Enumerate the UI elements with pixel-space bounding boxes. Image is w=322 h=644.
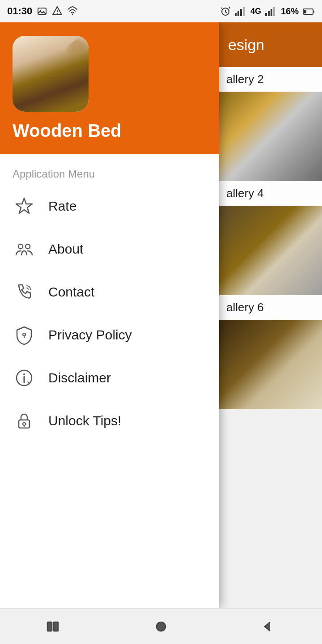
menu-item-contact[interactable]: Contact [0, 271, 219, 314]
svg-rect-29 [47, 622, 52, 631]
gallery-label-4: allery 4 [219, 181, 322, 206]
privacy-label: Privacy Policy [48, 327, 132, 343]
menu-item-unlock[interactable]: Unlock Tips! [0, 399, 219, 442]
svg-rect-8 [240, 9, 242, 16]
unlock-label: Unlock Tips! [48, 413, 121, 428]
menu-section-label: Application Menu [0, 159, 219, 185]
network-type: 4G [250, 7, 261, 16]
svg-point-18 [25, 244, 30, 249]
svg-rect-30 [54, 622, 58, 631]
about-label: About [48, 242, 83, 257]
svg-rect-9 [243, 7, 245, 16]
svg-rect-10 [265, 13, 267, 16]
status-left: 01:30 [7, 5, 78, 17]
menu-item-privacy[interactable]: Privacy Policy [0, 314, 219, 356]
svg-rect-11 [268, 11, 270, 16]
app-background: esign allery 2 allery 4 allery 6 [219, 22, 322, 608]
svg-rect-13 [273, 7, 275, 16]
partial-header-title: esign [228, 36, 264, 54]
people-icon [13, 237, 36, 261]
status-right: 4G 16% [220, 6, 315, 17]
signal-icon-2 [265, 6, 277, 17]
wifi-icon [67, 6, 78, 17]
svg-rect-16 [304, 10, 306, 13]
signal-icon [234, 6, 247, 17]
menu-item-rate[interactable]: Rate [0, 185, 219, 228]
gallery-image-2 [219, 92, 322, 181]
recent-button[interactable] [36, 613, 72, 640]
shield-icon [13, 323, 36, 347]
home-button[interactable] [143, 613, 179, 640]
gallery-item-4: allery 4 [219, 181, 322, 295]
svg-point-17 [18, 244, 23, 249]
gallery-image-6 [219, 320, 322, 409]
app-icon [13, 36, 89, 112]
star-icon [13, 195, 36, 218]
contact-label: Contact [48, 284, 94, 300]
svg-point-3 [57, 13, 58, 14]
info-icon [13, 366, 36, 390]
gallery-image-4 [219, 206, 322, 295]
image-icon [37, 6, 47, 17]
svg-rect-31 [157, 622, 165, 631]
svg-point-21 [23, 333, 25, 336]
svg-rect-12 [271, 9, 272, 16]
gallery-item-2: allery 2 [219, 67, 322, 181]
gallery-item-6: allery 6 [219, 295, 322, 409]
svg-rect-6 [235, 13, 237, 16]
time-display: 01:30 [7, 5, 32, 17]
back-button[interactable] [250, 613, 286, 640]
svg-rect-26 [19, 420, 30, 428]
alarm-icon [220, 6, 231, 17]
lock-icon [13, 409, 36, 432]
app-icon-image [13, 36, 89, 112]
drawer-app-title: Wooden Bed [13, 121, 122, 141]
rate-label: Rate [48, 199, 76, 214]
phone-icon [13, 280, 36, 304]
svg-point-4 [72, 14, 73, 15]
battery-icon [302, 6, 315, 17]
menu-item-disclaimer[interactable]: Disclaimer [0, 356, 219, 399]
drawer-header: Wooden Bed [0, 22, 219, 154]
svg-rect-7 [237, 11, 239, 16]
menu-item-about[interactable]: About [0, 228, 219, 271]
drawer: Wooden Bed Application Menu Rate [0, 22, 219, 608]
drawer-menu: Application Menu Rate [0, 154, 219, 608]
disclaimer-label: Disclaimer [48, 370, 111, 386]
app-header-partial: esign [219, 22, 322, 67]
svg-point-24 [23, 373, 25, 375]
gallery-label-6: allery 6 [219, 295, 322, 320]
warning-icon [52, 6, 63, 17]
battery-percent: 16% [281, 6, 299, 17]
gallery-label-2: allery 2 [219, 67, 322, 92]
bottom-nav [0, 608, 322, 644]
status-bar: 01:30 4G 16% [0, 0, 322, 22]
